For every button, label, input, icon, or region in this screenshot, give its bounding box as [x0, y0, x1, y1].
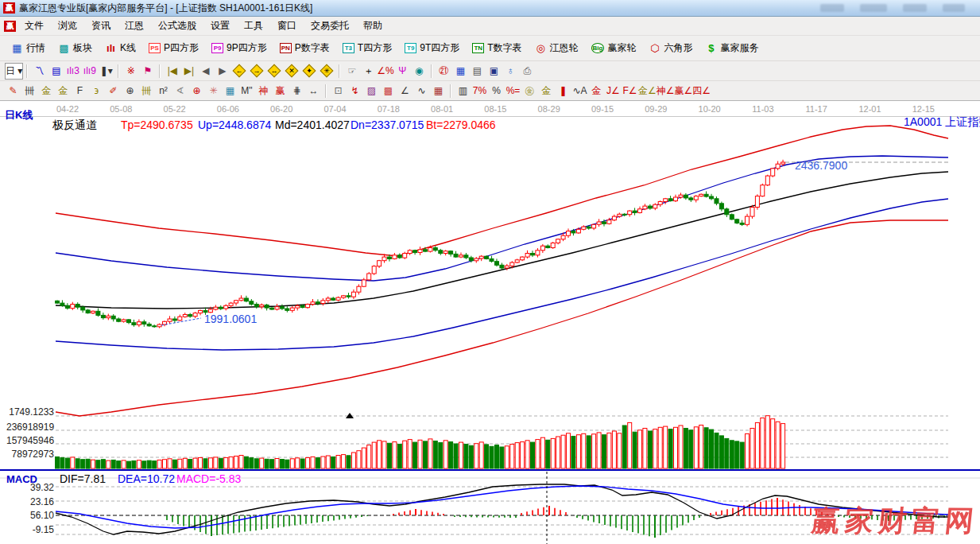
brush-icon[interactable]: ✐ — [105, 84, 122, 99]
first-bar-icon[interactable]: |◀ — [164, 64, 180, 79]
winner-service-button[interactable]: $赢家服务 — [699, 39, 765, 57]
grid-web-icon[interactable]: ▦ — [222, 84, 238, 99]
diamond-right-icon[interactable]: → — [250, 64, 264, 78]
candle-flag-icon[interactable]: ❚ — [555, 84, 571, 99]
bars3-icon[interactable]: ılı3 — [64, 64, 81, 79]
crosshair-icon[interactable]: ＋ — [360, 64, 377, 79]
width-arrows-icon[interactable]: ↔ — [305, 84, 322, 99]
angle-line-icon[interactable]: ∠ — [397, 84, 413, 99]
gold-circle-icon[interactable]: ㊎ — [521, 84, 538, 99]
9p-square-button[interactable]: P99P四方形 — [205, 39, 273, 57]
pct7-icon[interactable]: 7% — [471, 84, 488, 99]
web-box-icon[interactable]: ▩ — [380, 84, 397, 99]
diamond-compress-icon[interactable]: ✕ — [285, 64, 299, 78]
f-comb-icon[interactable]: F — [72, 84, 88, 99]
macd-axis-label-3: 56.10 — [6, 510, 54, 521]
diamond-star4-icon[interactable]: ✦ — [303, 64, 316, 78]
notes-icon[interactable]: ▤ — [469, 64, 486, 79]
sector-button[interactable]: ▩板块 — [52, 39, 99, 57]
candle-dropdown[interactable]: ❚▾ — [98, 64, 114, 79]
chart-area[interactable]: 04-2205-0805-2206-0606-2007-0407-1808-01… — [0, 101, 980, 544]
date-tick-12-15: 12-15 — [912, 104, 935, 114]
win-angle-icon[interactable]: 赢∠ — [675, 84, 693, 99]
target-icon[interactable]: ⊕ — [188, 84, 205, 99]
angle-percent-icon[interactable]: ∠% — [377, 64, 393, 79]
t-square-button[interactable]: T3T四方形 — [336, 39, 398, 57]
calculator-icon[interactable]: ▦ — [452, 64, 469, 79]
menu-2[interactable]: 资讯 — [84, 17, 118, 35]
angle-a-icon[interactable]: ∢ — [172, 84, 188, 99]
diamond-star8-icon[interactable]: ✳ — [320, 64, 334, 78]
kline-button[interactable]: ılıK线 — [99, 39, 142, 57]
fan-red-icon[interactable]: ↯ — [347, 84, 363, 99]
menu-3[interactable]: 江恩 — [118, 17, 151, 35]
channel-dn-value: Dn=2337.0715 — [351, 119, 424, 131]
diamond-hswap-icon[interactable]: ↔ — [268, 64, 281, 78]
gold-line-icon[interactable]: 金 — [538, 84, 555, 99]
column-chart-icon[interactable]: ▥ — [455, 84, 471, 99]
spiral-icon[interactable]: ϶ — [88, 84, 105, 99]
report-icon[interactable]: ▤ — [48, 64, 64, 79]
comb-icon[interactable]: 卌 — [21, 84, 38, 99]
clock-circle-icon[interactable]: ⊕ — [122, 84, 138, 99]
p-table-button[interactable]: PNP数字表 — [273, 39, 336, 57]
menu-5[interactable]: 设置 — [203, 17, 237, 35]
n-squared-icon[interactable]: n² — [155, 84, 172, 99]
brain-icon[interactable]: ◉ — [411, 64, 428, 79]
four-angle-icon[interactable]: 四∠ — [692, 84, 711, 99]
menu-1[interactable]: 浏览 — [51, 17, 84, 35]
wave-v-icon[interactable]: ∿ — [413, 84, 430, 99]
grid-a-icon[interactable]: ▦ — [430, 84, 447, 99]
menu-8[interactable]: 交易委托 — [304, 17, 356, 35]
gold-red-icon[interactable]: 金 — [588, 84, 605, 99]
spiderweb-icon[interactable]: ✳ — [205, 84, 222, 99]
shen-angle-icon[interactable]: 神∠ — [657, 84, 675, 99]
menu-7[interactable]: 窗口 — [270, 17, 304, 35]
pct-line-icon[interactable]: %= — [505, 84, 521, 99]
comb2-icon[interactable]: 卌 — [138, 84, 155, 99]
pattern-icon[interactable]: ※ — [122, 64, 139, 79]
last-bar-icon[interactable]: ▶| — [180, 64, 197, 79]
flag-icon[interactable]: ⚑ — [139, 64, 156, 79]
j-angle-icon[interactable]: J∠ — [605, 84, 622, 99]
winner-wheel-button[interactable]: Big赢家轮 — [585, 39, 643, 57]
t-table-button[interactable]: TNT数字表 — [466, 39, 528, 57]
shen-comb-icon[interactable]: 神 — [255, 84, 272, 99]
menu-0[interactable]: 文件 — [17, 17, 51, 35]
menu-6[interactable]: 工具 — [237, 17, 270, 35]
winner-wheel-button-label: 赢家轮 — [607, 41, 636, 55]
bars9-icon[interactable]: ılı9 — [81, 64, 98, 79]
gann-wheel-button[interactable]: ◎江恩轮 — [529, 39, 585, 57]
f-angle-icon[interactable]: F∠ — [622, 84, 638, 99]
m-quote-icon[interactable]: M" — [238, 84, 255, 99]
menu-9[interactable]: 帮助 — [356, 17, 389, 35]
calendar-icon[interactable]: ㉑ — [436, 64, 452, 79]
network-icon[interactable]: ♁ — [502, 64, 519, 79]
fan-box-icon[interactable]: ▨ — [363, 84, 380, 99]
gold-comb2-icon[interactable]: 金 — [55, 84, 72, 99]
win-comb-icon[interactable]: 赢 — [272, 84, 289, 99]
gann-grid-icon[interactable]: Ψ — [394, 64, 411, 79]
print-icon[interactable]: ⎙ — [519, 64, 536, 79]
box-select-icon[interactable]: ⊡ — [330, 84, 347, 99]
zigzag-tool-icon[interactable]: 〽 — [31, 64, 48, 79]
save-icon[interactable]: ▣ — [486, 64, 502, 79]
diamond-left-icon[interactable]: ← — [233, 64, 246, 78]
pen-icon[interactable]: ✎ — [5, 84, 21, 99]
toolbar-separator — [431, 64, 432, 78]
period-day-dropdown[interactable]: 日 ▾ — [5, 63, 23, 80]
menu-4[interactable]: 公式选股 — [151, 17, 203, 35]
menu-bar: 赢 文件浏览资讯江恩公式选股设置工具窗口交易委托帮助 — [0, 17, 980, 36]
hand-icon[interactable]: ☞ — [343, 64, 360, 79]
p-square-button[interactable]: PSP四方形 — [142, 39, 205, 57]
gold-comb-icon[interactable]: 金 — [38, 84, 55, 99]
next-bar-icon[interactable]: ▶ — [214, 64, 230, 79]
hexagon-button[interactable]: ⬡六角形 — [642, 39, 699, 57]
quotes-button[interactable]: ▦行情 — [5, 39, 52, 57]
ruler-icon[interactable]: ⋕ — [289, 84, 305, 99]
9t-square-button[interactable]: T99T四方形 — [398, 39, 466, 57]
a-wave-icon[interactable]: ∿A — [571, 84, 588, 99]
gold-angle-icon[interactable]: 金∠ — [638, 84, 657, 99]
prev-bar-icon[interactable]: ◀ — [197, 64, 214, 79]
pct-icon[interactable]: % — [488, 84, 505, 99]
